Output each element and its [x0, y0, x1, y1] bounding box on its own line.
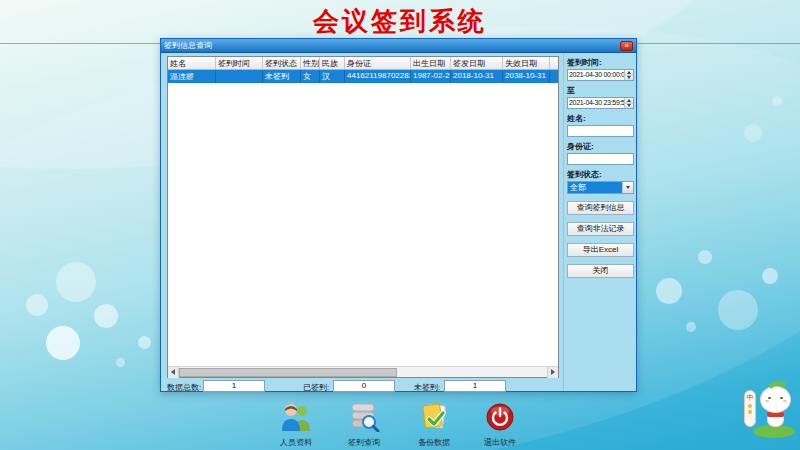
mascot-blush [765, 400, 769, 402]
signed-count-field: 0 [333, 380, 395, 392]
bubble [138, 336, 151, 349]
spinner [624, 98, 633, 108]
desktop-background: 会议签到系统 签到信息查询 × 姓名 签到时间 签到状态 性别 民族 身份证 出… [0, 0, 800, 450]
toolbar-label: 备份数据 [404, 437, 464, 448]
signin-table: 姓名 签到时间 签到状态 性别 民族 身份证 出生日期 签发日期 失效日期 温连… [167, 56, 559, 378]
scrollbar-thumb[interactable] [179, 368, 397, 377]
cell-issue-date: 2018-10-31 [451, 70, 503, 83]
unsigned-count-field: 1 [444, 380, 506, 392]
horizontal-scrollbar[interactable] [168, 366, 558, 377]
status-selected-value: 全部 [568, 182, 622, 193]
backup-icon [417, 402, 451, 432]
close-button[interactable]: 关闭 [567, 264, 634, 278]
cell-ethnic: 汉 [320, 70, 345, 83]
cell-gender: 女 [301, 70, 320, 83]
id-card-label: 身份证: [567, 141, 634, 152]
cell-id-card: 441621198702282481 [345, 70, 411, 83]
bubble [744, 124, 762, 142]
mascot-eye [768, 397, 771, 399]
bubble [116, 358, 125, 367]
column-header-issue-date[interactable]: 签发日期 [451, 57, 503, 69]
mascot-banner: 中 [744, 390, 756, 427]
sign-time-label: 签到时间: [567, 57, 634, 68]
chevron-down-icon[interactable] [622, 182, 633, 193]
bubble [656, 278, 682, 304]
query-signin-button[interactable]: 查询签到信息 [567, 201, 634, 215]
toolbar-label: 签到查询 [334, 437, 394, 448]
toolbar-item-exit[interactable]: 退出软件 [470, 402, 530, 448]
bubble [26, 294, 48, 316]
bubble [46, 326, 80, 360]
sign-time-from-value: 2021-04-30 00:00:00 [568, 70, 624, 80]
sign-time-to-value: 2021-04-30 23:59:59 [568, 98, 624, 108]
toolbar-item-backup[interactable]: 备份数据 [404, 402, 464, 448]
column-header-birth-date[interactable]: 出生日期 [411, 57, 451, 69]
bubble [762, 268, 778, 284]
database-search-icon [347, 402, 381, 432]
close-icon[interactable]: × [620, 41, 633, 51]
signin-query-dialog: 签到信息查询 × 姓名 签到时间 签到状态 性别 民族 身份证 出生日期 签发日… [160, 38, 637, 392]
column-header-extra[interactable] [550, 57, 558, 69]
mascot-blush [783, 400, 787, 402]
name-label: 姓名: [567, 113, 634, 124]
right-arrow-icon [551, 369, 555, 375]
status-combobox[interactable]: 全部 [567, 181, 634, 194]
left-arrow-icon [171, 369, 175, 375]
column-header-status[interactable]: 签到状态 [263, 57, 301, 69]
cell-expiry-date: 2038-10-31 [503, 70, 550, 83]
scroll-left-icon[interactable] [168, 367, 179, 378]
cell-sign-time [216, 70, 263, 83]
power-icon [483, 402, 517, 432]
column-header-expiry-date[interactable]: 失效日期 [503, 57, 550, 69]
toolbar-label: 人员资料 [266, 437, 326, 448]
spinner [624, 70, 633, 80]
query-invalid-records-button[interactable]: 查询非法记录 [567, 222, 634, 236]
bubble [56, 262, 96, 302]
column-header-name[interactable]: 姓名 [168, 57, 216, 69]
toolbar-label: 退出软件 [470, 437, 530, 448]
name-input[interactable] [567, 125, 634, 137]
status-label: 签到状态: [567, 169, 634, 180]
unsigned-count-label: 未签到: [414, 382, 440, 393]
id-card-input[interactable] [567, 153, 634, 165]
total-count-label: 数据总数: [167, 382, 201, 393]
mascot-banner-dot [748, 404, 752, 408]
scroll-right-icon[interactable] [547, 367, 558, 378]
column-header-gender[interactable]: 性别 [301, 57, 320, 69]
column-header-ethnic[interactable]: 民族 [320, 57, 345, 69]
cell-extra [550, 70, 558, 83]
app-title: 会议签到系统 [0, 4, 800, 39]
cell-status: 未签到 [263, 70, 301, 83]
bubble [686, 322, 696, 332]
sign-time-to-field[interactable]: 2021-04-30 23:59:59 [567, 97, 634, 109]
toolbar-item-personnel[interactable]: 人员资料 [266, 402, 326, 448]
column-header-id-card[interactable]: 身份证 [345, 57, 411, 69]
dialog-title: 签到信息查询 [164, 40, 620, 51]
export-excel-button[interactable]: 导出Excel [567, 243, 634, 257]
bubble [718, 290, 758, 330]
signed-count-label: 已签到: [303, 382, 329, 393]
to-label: 至 [567, 85, 634, 96]
column-header-sign-time[interactable]: 签到时间 [216, 57, 263, 69]
spinner-down-icon[interactable] [625, 104, 633, 109]
mascot-banner-dot [748, 410, 752, 414]
bubble [94, 304, 118, 328]
cell-birth-date: 1987-02-28 [411, 70, 451, 83]
sign-time-from-field[interactable]: 2021-04-30 00:00:00 [567, 69, 634, 81]
filter-panel: 签到时间: 2021-04-30 00:00:00 至 2021-04-30 2… [563, 53, 637, 391]
total-count-field: 1 [203, 380, 265, 392]
toolbar-item-signin-query[interactable]: 签到查询 [334, 402, 394, 448]
mascot-eye [780, 397, 783, 399]
bubble [698, 250, 712, 264]
mascot: 中 [737, 381, 799, 439]
cell-name: 温连娇 [168, 70, 216, 83]
table-header-row: 姓名 签到时间 签到状态 性别 民族 身份证 出生日期 签发日期 失效日期 [168, 57, 558, 70]
table-row[interactable]: 温连娇 未签到 女 汉 441621198702282481 1987-02-2… [168, 70, 558, 83]
dialog-titlebar[interactable]: 签到信息查询 × [161, 39, 636, 53]
bubble [772, 96, 782, 106]
spinner-down-icon[interactable] [625, 76, 633, 81]
people-icon [279, 402, 313, 432]
mascot-banner-text: 中 [747, 394, 754, 401]
